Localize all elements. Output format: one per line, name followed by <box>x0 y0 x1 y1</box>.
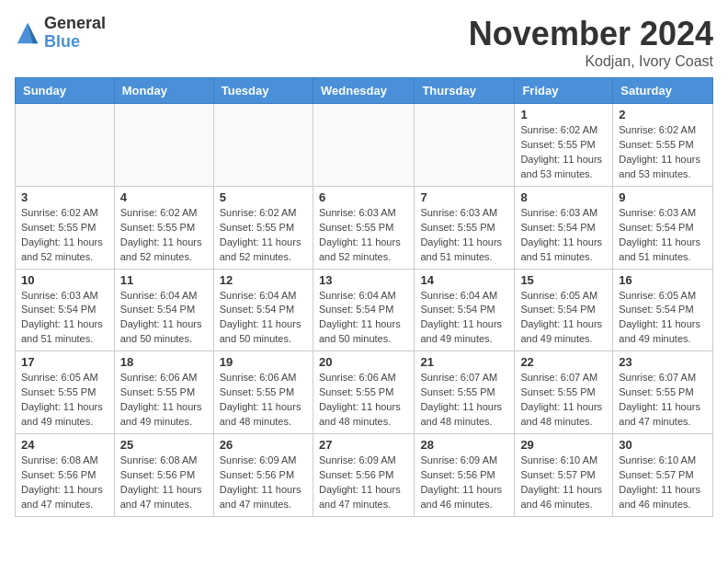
weekday-header-friday: Friday <box>515 78 613 104</box>
calendar-cell: 26Sunrise: 6:09 AMSunset: 5:56 PMDayligh… <box>213 434 313 517</box>
day-info: Sunrise: 6:07 AMSunset: 5:55 PMDaylight:… <box>520 371 607 430</box>
calendar-cell: 9Sunrise: 6:03 AMSunset: 5:54 PMDaylight… <box>613 186 713 269</box>
calendar-cell: 11Sunrise: 6:04 AMSunset: 5:54 PMDayligh… <box>114 269 213 351</box>
day-number: 19 <box>220 355 307 369</box>
calendar-cell: 20Sunrise: 6:06 AMSunset: 5:55 PMDayligh… <box>313 351 414 434</box>
calendar-cell: 5Sunrise: 6:02 AMSunset: 5:55 PMDaylight… <box>213 186 313 269</box>
weekday-header-tuesday: Tuesday <box>213 78 313 104</box>
weekday-header-row: SundayMondayTuesdayWednesdayThursdayFrid… <box>16 78 713 104</box>
day-number: 23 <box>619 355 707 369</box>
day-number: 27 <box>319 438 408 452</box>
calendar-cell: 21Sunrise: 6:07 AMSunset: 5:55 PMDayligh… <box>415 351 515 434</box>
day-info: Sunrise: 6:02 AMSunset: 5:55 PMDaylight:… <box>120 206 208 265</box>
calendar-cell: 4Sunrise: 6:02 AMSunset: 5:55 PMDaylight… <box>114 186 213 269</box>
day-number: 28 <box>420 438 508 452</box>
day-info: Sunrise: 6:04 AMSunset: 5:54 PMDaylight:… <box>220 289 307 348</box>
calendar-cell: 27Sunrise: 6:09 AMSunset: 5:56 PMDayligh… <box>313 434 414 517</box>
day-number: 13 <box>319 273 408 287</box>
logo-icon <box>15 20 40 46</box>
day-info: Sunrise: 6:08 AMSunset: 5:56 PMDaylight:… <box>120 454 208 512</box>
calendar-cell: 12Sunrise: 6:04 AMSunset: 5:54 PMDayligh… <box>213 269 313 351</box>
weekday-header-thursday: Thursday <box>415 78 515 104</box>
day-info: Sunrise: 6:03 AMSunset: 5:55 PMDaylight:… <box>319 206 408 265</box>
day-number: 29 <box>520 438 607 452</box>
page-header: General Blue November 2024 Kodjan, Ivory… <box>15 15 713 70</box>
calendar-cell <box>16 104 115 187</box>
day-number: 15 <box>520 273 607 287</box>
day-number: 6 <box>319 190 408 204</box>
calendar-cell: 3Sunrise: 6:02 AMSunset: 5:55 PMDaylight… <box>16 186 115 269</box>
day-info: Sunrise: 6:06 AMSunset: 5:55 PMDaylight:… <box>220 371 307 430</box>
calendar-cell: 25Sunrise: 6:08 AMSunset: 5:56 PMDayligh… <box>114 434 213 517</box>
day-info: Sunrise: 6:08 AMSunset: 5:56 PMDaylight:… <box>21 454 108 512</box>
day-info: Sunrise: 6:10 AMSunset: 5:57 PMDaylight:… <box>520 454 607 512</box>
week-row-5: 24Sunrise: 6:08 AMSunset: 5:56 PMDayligh… <box>16 434 713 517</box>
calendar-cell: 6Sunrise: 6:03 AMSunset: 5:55 PMDaylight… <box>313 186 414 269</box>
day-info: Sunrise: 6:10 AMSunset: 5:57 PMDaylight:… <box>619 454 707 512</box>
logo-blue-text: Blue <box>44 33 106 52</box>
week-row-1: 1Sunrise: 6:02 AMSunset: 5:55 PMDaylight… <box>16 104 713 187</box>
day-number: 20 <box>319 355 408 369</box>
calendar-cell: 1Sunrise: 6:02 AMSunset: 5:55 PMDaylight… <box>515 104 613 187</box>
day-number: 4 <box>120 190 208 204</box>
day-info: Sunrise: 6:09 AMSunset: 5:56 PMDaylight:… <box>220 454 307 512</box>
day-info: Sunrise: 6:03 AMSunset: 5:54 PMDaylight:… <box>21 289 108 348</box>
day-info: Sunrise: 6:03 AMSunset: 5:55 PMDaylight:… <box>420 206 508 265</box>
day-info: Sunrise: 6:06 AMSunset: 5:55 PMDaylight:… <box>319 371 408 430</box>
logo: General Blue <box>15 15 106 52</box>
calendar-cell <box>415 104 515 187</box>
day-number: 1 <box>520 108 607 121</box>
day-info: Sunrise: 6:04 AMSunset: 5:54 PMDaylight:… <box>120 289 208 348</box>
calendar-cell: 30Sunrise: 6:10 AMSunset: 5:57 PMDayligh… <box>613 434 713 517</box>
calendar-cell: 19Sunrise: 6:06 AMSunset: 5:55 PMDayligh… <box>213 351 313 434</box>
weekday-header-saturday: Saturday <box>613 78 713 104</box>
day-info: Sunrise: 6:03 AMSunset: 5:54 PMDaylight:… <box>619 206 707 265</box>
day-info: Sunrise: 6:05 AMSunset: 5:54 PMDaylight:… <box>619 289 707 348</box>
day-info: Sunrise: 6:02 AMSunset: 5:55 PMDaylight:… <box>220 206 307 265</box>
calendar-cell: 17Sunrise: 6:05 AMSunset: 5:55 PMDayligh… <box>16 351 115 434</box>
day-number: 10 <box>21 273 108 287</box>
weekday-header-sunday: Sunday <box>16 78 115 104</box>
calendar-cell: 7Sunrise: 6:03 AMSunset: 5:55 PMDaylight… <box>415 186 515 269</box>
day-number: 14 <box>420 273 508 287</box>
day-number: 21 <box>420 355 508 369</box>
day-info: Sunrise: 6:06 AMSunset: 5:55 PMDaylight:… <box>120 371 208 430</box>
day-info: Sunrise: 6:07 AMSunset: 5:55 PMDaylight:… <box>619 371 707 430</box>
day-info: Sunrise: 6:03 AMSunset: 5:54 PMDaylight:… <box>520 206 607 265</box>
day-number: 16 <box>619 273 707 287</box>
month-title: November 2024 <box>469 15 713 53</box>
calendar-cell: 13Sunrise: 6:04 AMSunset: 5:54 PMDayligh… <box>313 269 414 351</box>
day-number: 11 <box>120 273 208 287</box>
day-info: Sunrise: 6:02 AMSunset: 5:55 PMDaylight:… <box>21 206 108 265</box>
location-title: Kodjan, Ivory Coast <box>469 53 713 70</box>
week-row-2: 3Sunrise: 6:02 AMSunset: 5:55 PMDaylight… <box>16 186 713 269</box>
logo-general-text: General <box>44 15 106 33</box>
day-info: Sunrise: 6:09 AMSunset: 5:56 PMDaylight:… <box>420 454 508 512</box>
weekday-header-wednesday: Wednesday <box>313 78 414 104</box>
day-number: 2 <box>619 108 707 121</box>
day-info: Sunrise: 6:05 AMSunset: 5:55 PMDaylight:… <box>21 371 108 430</box>
day-number: 8 <box>520 190 607 204</box>
calendar-cell: 15Sunrise: 6:05 AMSunset: 5:54 PMDayligh… <box>515 269 613 351</box>
calendar-cell: 8Sunrise: 6:03 AMSunset: 5:54 PMDaylight… <box>515 186 613 269</box>
day-info: Sunrise: 6:02 AMSunset: 5:55 PMDaylight:… <box>520 123 607 182</box>
calendar-cell <box>313 104 414 187</box>
day-number: 26 <box>220 438 307 452</box>
calendar-cell: 24Sunrise: 6:08 AMSunset: 5:56 PMDayligh… <box>16 434 115 517</box>
weekday-header-monday: Monday <box>114 78 213 104</box>
day-info: Sunrise: 6:04 AMSunset: 5:54 PMDaylight:… <box>319 289 408 348</box>
day-number: 7 <box>420 190 508 204</box>
day-number: 25 <box>120 438 208 452</box>
calendar-cell: 18Sunrise: 6:06 AMSunset: 5:55 PMDayligh… <box>114 351 213 434</box>
calendar-cell: 23Sunrise: 6:07 AMSunset: 5:55 PMDayligh… <box>613 351 713 434</box>
day-info: Sunrise: 6:02 AMSunset: 5:55 PMDaylight:… <box>619 123 707 182</box>
calendar-cell: 10Sunrise: 6:03 AMSunset: 5:54 PMDayligh… <box>16 269 115 351</box>
calendar-cell: 14Sunrise: 6:04 AMSunset: 5:54 PMDayligh… <box>415 269 515 351</box>
day-number: 12 <box>220 273 307 287</box>
day-number: 9 <box>619 190 707 204</box>
day-info: Sunrise: 6:07 AMSunset: 5:55 PMDaylight:… <box>420 371 508 430</box>
title-block: November 2024 Kodjan, Ivory Coast <box>469 15 713 70</box>
day-number: 3 <box>21 190 108 204</box>
day-info: Sunrise: 6:09 AMSunset: 5:56 PMDaylight:… <box>319 454 408 512</box>
day-number: 5 <box>220 190 307 204</box>
